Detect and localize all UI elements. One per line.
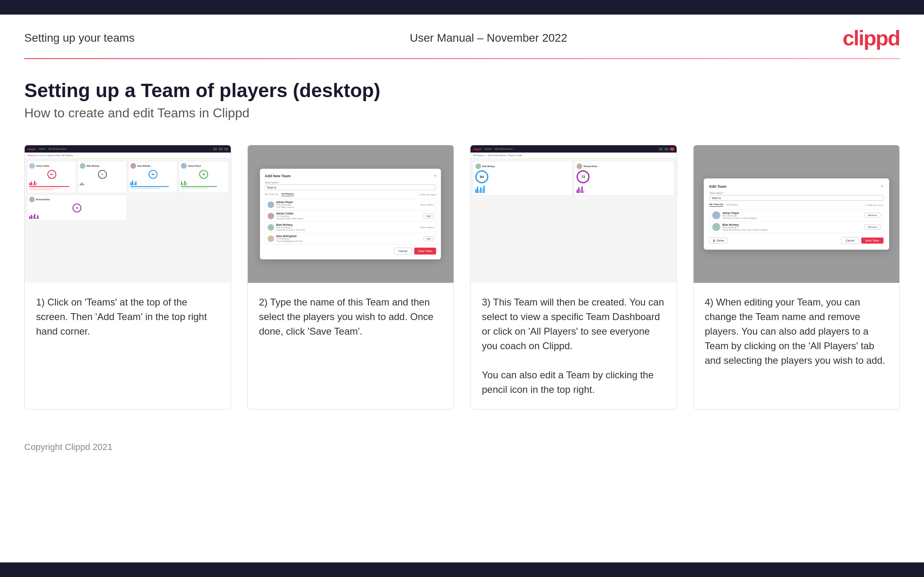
mock-team-player-card-3b: Richard Butler 72 [574, 161, 674, 195]
mock-bar-4a [181, 182, 182, 185]
mock-line-3b [130, 188, 160, 189]
mock-tab-myteam-4[interactable]: My Team (2) [709, 203, 723, 207]
mock-edit-list-club-1: Plus HandicapThe Shire London, United Ki… [722, 214, 862, 219]
mock-filter-label-4: ☐ Filter by name [865, 204, 884, 206]
mock-bars-3 [130, 180, 175, 185]
mock-lines-4 [181, 186, 226, 189]
mock-score-3: 94 [149, 170, 158, 179]
mock-tabs-2: My Team (2) All Players ☐ Filter by name [265, 193, 436, 196]
mock-player-name-5: Richard Butler [36, 198, 50, 201]
footer: Copyright Clippd 2021 [0, 434, 924, 460]
mock-subheader-text-3: All Players — My Performance | Player Gu… [473, 154, 522, 157]
mock-input-team-name-4[interactable]: Team A [709, 195, 884, 201]
mock-avatar-4 [181, 163, 187, 169]
mock-modal-header-4: Edit Team × [709, 184, 884, 189]
header-document-title: User Manual – November 2022 [410, 32, 567, 45]
mock-bar-3ad [480, 187, 481, 193]
mock-nav-teams-3: Teams [485, 148, 492, 150]
mock-score-1: 84 [47, 170, 56, 179]
mock-logo-3: clippd [473, 148, 481, 151]
mock-modal-title-4: Edit Team [709, 185, 726, 189]
mock-list-avatar-1 [268, 202, 274, 208]
mock-bars-3a [475, 185, 570, 193]
mock-cancel-button-2[interactable]: Cancel [394, 248, 412, 255]
mock-bar-1e [36, 182, 37, 185]
mock-cancel-button-4[interactable]: Cancel [841, 237, 859, 244]
mock-remove-btn-1[interactable]: Remove [864, 213, 880, 218]
mock-nav-btn-2 [219, 148, 223, 151]
mock-score-2: 0 [98, 170, 107, 179]
mock-subheader-text-1: Viewing X out of X players from All Play… [27, 154, 73, 157]
mock-bars-1 [29, 180, 74, 185]
card-1: clippd Home My Performance Viewing X out… [24, 145, 231, 409]
mock-modal-overlay-2: Add New Team × Team Name * Team A My Tea… [248, 145, 454, 283]
page-title: Setting up a Team of players (desktop) [24, 79, 900, 102]
mock-add-btn-2[interactable]: Add [424, 214, 434, 218]
mock-tabs-4: My Team (2) All Players ☐ Filter by name [709, 203, 884, 207]
mock-player-header-3: Dave Billingh... [130, 163, 175, 169]
mock-bar-3aa [475, 189, 477, 193]
mock-list-name-2: Adrian Coliba [276, 212, 422, 215]
mock-list-avatar-4 [268, 235, 274, 242]
mock-list-name-4: Dave Billingham [276, 235, 422, 238]
mock-subheader-1: Viewing X out of X players from All Play… [25, 153, 231, 159]
mock-input-team-name[interactable]: Team A [265, 185, 436, 190]
mock-modal-overlay-4: Edit Team × Team Name * Team A My Team (… [694, 145, 900, 283]
mock-bar-4b [183, 183, 184, 185]
mock-bar-4c [184, 181, 185, 185]
mock-bar-1d [34, 181, 35, 185]
mock-edit-player-info-1: Adrian Player Plus HandicapThe Shire Lon… [722, 212, 862, 219]
mock-edit-team-modal: Edit Team × Team Name * Team A My Team (… [704, 178, 889, 250]
mock-edit-player-row-1: Adrian Player Plus HandicapThe Shire Lon… [710, 210, 883, 221]
mock-avatar-1 [29, 163, 35, 169]
mock-bar-3bb [578, 187, 579, 193]
cards-container: clippd Home My Performance Viewing X out… [0, 137, 924, 434]
mock-ui-1: clippd Home My Performance Viewing X out… [25, 145, 231, 283]
mock-delete-icon: 🗑 [713, 239, 715, 242]
mock-save-team-button-4[interactable]: Save Team [861, 238, 884, 244]
mock-filter-label: ☐ Filter by name [418, 193, 436, 196]
mock-bar-3bc [580, 189, 581, 193]
mock-bar-2c [83, 184, 84, 185]
mock-avatar-5 [29, 197, 35, 202]
mock-line-4b [181, 188, 208, 189]
mock-bar-3be [583, 191, 584, 193]
mock-bar-2b [81, 182, 83, 185]
mock-edit-list-club-2: Plus HandicapRoyal North Devon Golf Club… [722, 226, 862, 231]
mock-status-1: Player Added [420, 204, 434, 206]
mock-edit-player-info-2: Blair McHarg Plus HandicapRoyal North De… [722, 223, 862, 231]
bottom-bar [0, 562, 924, 577]
mock-list-name-3: Blair McHarg [276, 223, 418, 226]
mock-bar-3a [130, 182, 132, 185]
mock-ui-3: clippd Teams My Performance All Players … [471, 145, 677, 283]
mock-label-team-name: Team Name * [265, 181, 436, 184]
card-4: Edit Team × Team Name * Team A My Team (… [693, 145, 900, 409]
footer-copyright: Copyright Clippd 2021 [24, 442, 113, 452]
mock-player-info-1: Adrian Player Plus HandicapThe Shire Lon… [276, 201, 418, 208]
mock-player-card-2: Blair McHarg 0 [78, 161, 127, 193]
mock-tab-myteam[interactable]: My Team (2) [265, 193, 278, 196]
mock-bar-5e [36, 217, 37, 219]
mock-modal-close-4[interactable]: × [881, 184, 884, 189]
mock-line-1b [29, 188, 61, 189]
mock-save-team-button-2[interactable]: Save Team [414, 248, 436, 255]
mock-list-name-1: Adrian Player [276, 201, 418, 204]
mock-bar-3b [132, 180, 133, 185]
mock-add-btn-4[interactable]: Add [424, 236, 434, 241]
mock-player-header-2: Blair McHarg [80, 163, 125, 169]
mock-nav-teams: My Performance [49, 148, 66, 150]
mock-edit-avatar-1 [712, 211, 720, 219]
mock-bar-2a [80, 184, 81, 185]
mock-tab-allplayers[interactable]: All Players [281, 193, 294, 196]
mock-bar-5c [32, 216, 34, 219]
mock-delete-button[interactable]: 🗑 Delete [709, 238, 728, 244]
mock-bar-5d [34, 214, 35, 219]
mock-tab-allplayers-4[interactable]: All Players [726, 204, 738, 207]
mock-big-score-3a: 94 [475, 170, 488, 183]
mock-remove-btn-2[interactable]: Remove [864, 225, 880, 229]
mock-list-avatar-2 [268, 213, 274, 219]
mock-modal-header-2: Add New Team × [265, 174, 436, 178]
mock-bar-3c [134, 183, 135, 185]
mock-modal-close-2[interactable]: × [434, 174, 436, 178]
mock-bar-3ab [477, 187, 478, 193]
